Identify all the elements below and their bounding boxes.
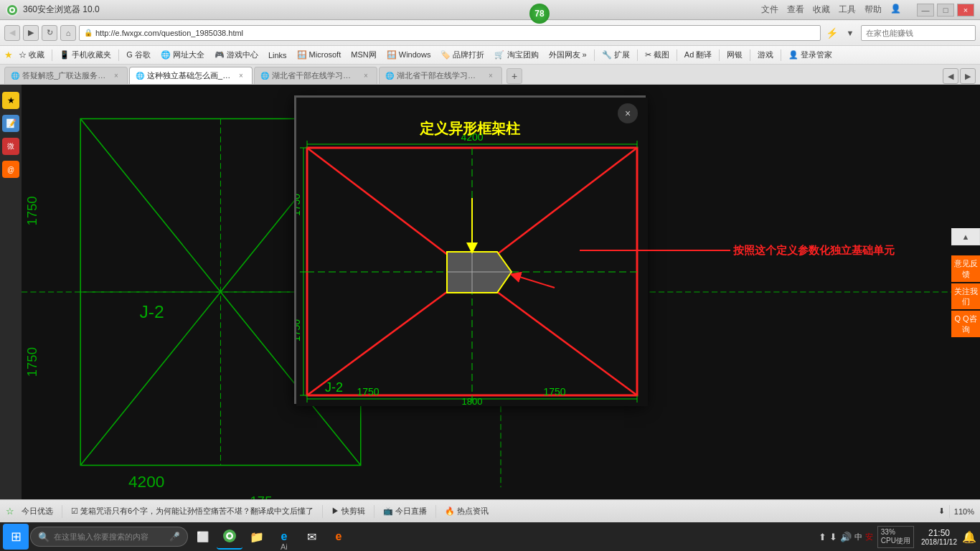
tab-forward-button[interactable]: ▶: [960, 68, 976, 84]
popup-close-button[interactable]: ×: [618, 103, 638, 123]
navbar: ◀ ▶ ↻ ⌂ 🔒 http://e.fwxgx.com/question_19…: [0, 20, 980, 46]
start-button[interactable]: ⊞: [3, 524, 29, 550]
taskbar-browser-btn[interactable]: [217, 524, 242, 550]
mic-icon[interactable]: 🎤: [169, 532, 180, 542]
address-lock-icon: 🔒: [84, 29, 93, 37]
new-tab-button[interactable]: +: [507, 68, 522, 84]
system-clock[interactable]: 21:50 2018/11/12: [921, 528, 957, 546]
tab-close-3[interactable]: ×: [361, 71, 371, 81]
taskbar-email[interactable]: ✉: [298, 524, 324, 550]
menu-help[interactable]: 帮助: [864, 4, 882, 17]
notifications-button[interactable]: 🔔: [961, 529, 977, 545]
tab-close-2[interactable]: ×: [236, 71, 246, 81]
minimize-button[interactable]: —: [917, 4, 934, 17]
close-button[interactable]: ×: [957, 4, 974, 17]
maximize-button[interactable]: □: [937, 4, 954, 17]
tab-1[interactable]: 🌐 答疑解惑_广联达服务新干线 ×: [4, 67, 128, 84]
bookmark-separator-7: [750, 50, 750, 61]
bookmark-extension[interactable]: 🔧 扩展: [598, 48, 634, 62]
bookmark-separator-4: [637, 50, 638, 61]
tab-3[interactable]: 🌐 湖北省干部在线学习中心 ×: [254, 67, 377, 84]
taskbar-search[interactable]: 🔍 在这里输入你要搜索的内容 🎤: [30, 527, 188, 547]
address-text: http://e.fwxgx.com/question_1985038.html: [95, 29, 243, 37]
bookmark-login[interactable]: 👤 登录管家: [784, 48, 837, 62]
scroll-top-button[interactable]: ▲: [951, 228, 980, 245]
menu-file[interactable]: 文件: [761, 4, 778, 17]
taskbar: ⊞ 🔍 在这里输入你要搜索的内容 🎤 ⬜ 📁 e ✉ e ⬆ ⬇ 🔊 中 安 3…: [0, 522, 980, 551]
svg-point-2: [11, 9, 14, 11]
bookmark-windows[interactable]: 🪟 Windows: [382, 49, 435, 61]
hot-news[interactable]: 🔥 热点资讯: [440, 504, 493, 518]
bookmark-screenshot[interactable]: ✂ 截图: [641, 48, 674, 62]
bookmark-separator-3: [594, 50, 595, 61]
svg-text:4200: 4200: [128, 473, 164, 491]
svg-text:1800: 1800: [462, 396, 483, 406]
bookmark-collect[interactable]: ☆ 收藏: [14, 48, 49, 62]
bookmark-separator-5: [677, 50, 677, 61]
bookmark-foreign[interactable]: 外国网友 »: [545, 48, 591, 62]
tray-icon-3[interactable]: 🔊: [840, 532, 852, 542]
forward-button[interactable]: ▶: [23, 25, 39, 41]
tab-4[interactable]: 🌐 湖北省干部在线学习中心 ×: [379, 67, 502, 84]
menu-tools[interactable]: 工具: [839, 4, 856, 17]
bookmark-msn[interactable]: MSN网: [347, 48, 380, 62]
svg-text:1750: 1750: [24, 196, 39, 225]
taskbar-taskview[interactable]: ⬜: [189, 524, 215, 550]
back-button[interactable]: ◀: [4, 25, 20, 41]
bookmark-weblinks[interactable]: 🌐 网址大全: [156, 48, 209, 62]
window-controls: — □ ×: [917, 4, 974, 17]
tab-back-button[interactable]: ◀: [943, 68, 958, 84]
tray-icon-4[interactable]: 中: [854, 532, 862, 542]
bookmark-banking[interactable]: 网银: [722, 48, 747, 62]
tray-icon-2[interactable]: ⬇: [829, 532, 837, 542]
tray-icon-5[interactable]: 安: [865, 532, 873, 542]
time-display: 21:50: [928, 528, 950, 538]
menu-favorites[interactable]: 收藏: [813, 4, 830, 17]
sidebar-mail-icon[interactable]: @: [2, 161, 19, 178]
qq-consult-button[interactable]: Q Q咨询: [951, 311, 980, 337]
live-broadcast[interactable]: 📺 今日直播: [379, 504, 431, 518]
address-bar[interactable]: 🔒 http://e.fwxgx.com/question_1985038.ht…: [79, 25, 821, 41]
search-input[interactable]: [861, 25, 976, 41]
follow-button[interactable]: 关注我们: [951, 283, 980, 310]
bookmark-google[interactable]: G 谷歌: [122, 48, 155, 62]
bookmark-microsoft[interactable]: 🪟 Microsoft: [293, 49, 346, 61]
quick-clip[interactable]: ▶ 快剪辑: [327, 504, 369, 518]
bookmark-games2[interactable]: 游戏: [753, 48, 778, 62]
annotation-label: 按照这个定义参数化独立基础单元: [733, 244, 895, 258]
tab-close-1[interactable]: ×: [111, 71, 121, 81]
sidebar-note-icon[interactable]: 📝: [2, 115, 19, 132]
bookmark-games[interactable]: 🎮 游戏中心: [210, 48, 263, 62]
bookmark-mobile[interactable]: 📱 手机收藏夹: [55, 48, 116, 62]
feedback-button[interactable]: 意见反馈: [951, 255, 980, 282]
taskbar-browser2[interactable]: e: [326, 524, 352, 550]
date-display: 2018/11/12: [921, 538, 957, 546]
svg-text:1750: 1750: [24, 347, 39, 377]
svg-text:1750: 1750: [296, 194, 302, 216]
bookmark-translate[interactable]: Ad 翻译: [680, 48, 717, 62]
today-picks[interactable]: 今日优选: [17, 504, 57, 518]
tray-icon-1[interactable]: ⬆: [819, 532, 826, 542]
refresh-button[interactable]: ↻: [42, 25, 57, 41]
sidebar-star-icon[interactable]: ★: [2, 92, 19, 109]
system-tray: ⬆ ⬇ 🔊 中 安: [819, 532, 873, 542]
bottom-sep-3: [374, 505, 374, 518]
menu-user[interactable]: 👤: [890, 4, 901, 17]
download-icon[interactable]: ⬇: [938, 507, 945, 516]
menu-view[interactable]: 查看: [787, 4, 804, 17]
home-button[interactable]: ⌂: [60, 25, 76, 41]
taskbar-files[interactable]: 📁: [244, 524, 270, 550]
refresh-icon[interactable]: ⚡: [824, 25, 839, 41]
dropdown-button[interactable]: ▼: [842, 25, 858, 41]
bookmark-brand[interactable]: 🏷️ 品牌打折: [436, 48, 489, 62]
sidebar-weibo-icon[interactable]: 微: [2, 138, 19, 155]
tab-2[interactable]: 🌐 这种独立基础怎么画_广联达服务 ×: [129, 67, 253, 84]
news-item[interactable]: ☑ 笼箱咒语只有6个字，为何能让孙悟空痛苦不堪？翻译成中文后懂了: [67, 504, 318, 518]
bookmark-links[interactable]: Links: [264, 50, 291, 61]
right-sidebar: ▲ 意见反馈 关注我们 Q Q咨询: [944, 85, 980, 499]
titlebar-left: 360安全浏览器 10.0: [6, 4, 100, 17]
tab-close-4[interactable]: ×: [486, 71, 496, 81]
bottom-sep-4: [435, 505, 436, 518]
svg-text:J-2: J-2: [139, 302, 164, 321]
bookmark-taobao[interactable]: 🛒 淘宝团购: [490, 48, 542, 62]
